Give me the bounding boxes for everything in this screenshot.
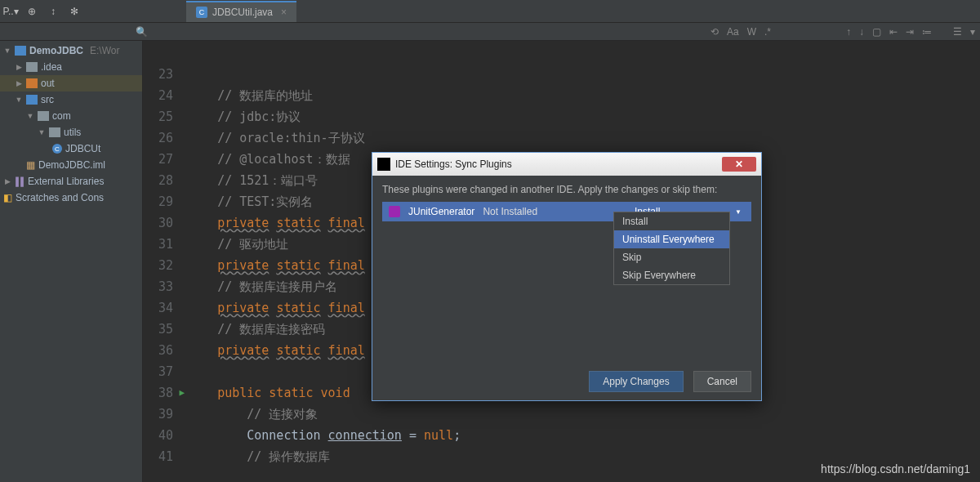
tree-label: DemoJDBC.iml xyxy=(38,159,105,171)
tree-idea[interactable]: ▶ .idea xyxy=(0,59,142,75)
apply-button[interactable]: Apply Changes xyxy=(589,371,683,392)
java-class-icon: C xyxy=(196,7,207,18)
watermark: https://blog.csdn.net/daming1 xyxy=(821,462,970,475)
project-tree: ▼ DemoJDBC E:\Wor ▶ .idea ▶ out ▼ src ▼ … xyxy=(0,41,143,482)
tree-src[interactable]: ▼ src xyxy=(0,91,142,108)
tree-label: com xyxy=(52,110,71,122)
chevron-down-icon: ▼ xyxy=(735,208,742,216)
tree-label: External Libraries xyxy=(28,176,104,187)
folder-icon xyxy=(26,62,38,72)
collapse-icon[interactable]: ⟲ xyxy=(710,26,719,38)
project-path: E:\Wor xyxy=(90,45,119,56)
plugin-icon xyxy=(389,206,400,217)
tree-scratches[interactable]: ◧ Scratches and Cons xyxy=(0,190,142,206)
box-icon[interactable]: ▢ xyxy=(872,26,881,38)
plugin-name: JUnitGenerator xyxy=(408,206,474,217)
settings2-icon[interactable]: ☰ xyxy=(953,26,962,38)
editor-tab[interactable]: C JDBCUtil.java × xyxy=(186,1,296,22)
tab-filename: JDBCUtil.java xyxy=(212,7,273,18)
top-toolbar: P..▾ ⊕ ↕ ✻ C JDBCUtil.java × xyxy=(0,0,980,23)
tree-label: JDBCUt xyxy=(65,143,100,154)
expand-icon[interactable]: ↕ xyxy=(46,4,60,19)
java-class-icon: C xyxy=(52,144,62,154)
file-icon: ▦ xyxy=(26,159,35,171)
tree-label: Scratches and Cons xyxy=(16,192,104,203)
plugin-status: Not Installed xyxy=(483,206,537,217)
tree-label: src xyxy=(41,94,54,105)
scratch-icon: ◧ xyxy=(3,192,12,203)
action-dropdown: InstallUninstall EverywhereSkipSkip Ever… xyxy=(613,212,730,285)
arrow-down-icon[interactable]: ↓ xyxy=(859,26,864,38)
align-icon[interactable]: ≔ xyxy=(922,26,932,38)
tree-iml[interactable]: ▦ DemoJDBC.iml xyxy=(0,157,142,173)
cancel-button[interactable]: Cancel xyxy=(693,371,751,392)
indent-left-icon[interactable]: ⇤ xyxy=(889,26,898,38)
dialog-title: IDE Settings: Sync Plugins xyxy=(395,158,717,170)
folder-icon xyxy=(26,78,38,88)
library-icon: ∥∥ xyxy=(15,176,24,187)
tree-label: out xyxy=(41,78,55,89)
dropdown-option[interactable]: Uninstall Everywhere xyxy=(614,230,729,248)
tree-out[interactable]: ▶ out xyxy=(0,75,142,91)
folder-icon xyxy=(15,46,26,56)
dropdown-option[interactable]: Install xyxy=(614,212,729,230)
dropdown-option[interactable]: Skip Everywhere xyxy=(614,266,729,284)
project-root[interactable]: ▼ DemoJDBC E:\Wor xyxy=(0,42,142,59)
sync-plugins-dialog: IDE Settings: Sync Plugins ✕ These plugi… xyxy=(372,152,762,401)
tree-com[interactable]: ▼ com xyxy=(0,108,142,124)
case-text[interactable]: Aa xyxy=(727,26,739,38)
indent-right-icon[interactable]: ⇥ xyxy=(906,26,914,38)
dialog-close-button[interactable]: ✕ xyxy=(722,157,756,172)
close-icon[interactable]: × xyxy=(281,7,287,18)
package-icon xyxy=(49,127,60,137)
target-icon[interactable]: ⊕ xyxy=(24,4,39,19)
word-text[interactable]: W xyxy=(747,26,756,38)
tree-external-libs[interactable]: ▶∥∥ External Libraries xyxy=(0,173,142,190)
package-icon xyxy=(38,111,49,121)
regex-icon[interactable]: .* xyxy=(764,26,771,38)
breadcrumb: 🔍 ⟲ Aa W .* ↑ ↓ ▢ ⇤ ⇥ ≔ ☰ ▾ xyxy=(0,23,980,41)
intellij-icon xyxy=(377,158,390,171)
dialog-message: These plugins were changed in another ID… xyxy=(382,184,751,195)
line-gutter: 23242526272829303132333435363738▶394041 xyxy=(143,41,188,482)
search-icon[interactable]: 🔍 xyxy=(136,26,148,38)
tree-label: utils xyxy=(64,127,81,138)
tree-label: .idea xyxy=(41,61,62,73)
tree-utils[interactable]: ▼ utils xyxy=(0,124,142,141)
project-name: DemoJDBC xyxy=(29,45,83,56)
dropdown-option[interactable]: Skip xyxy=(614,248,729,266)
dialog-titlebar[interactable]: IDE Settings: Sync Plugins ✕ xyxy=(372,153,761,176)
arrow-up-icon[interactable]: ↑ xyxy=(846,26,851,38)
folder-icon xyxy=(26,95,38,105)
settings-icon[interactable]: ✻ xyxy=(67,4,82,19)
filter-icon[interactable]: ▾ xyxy=(970,26,975,38)
project-menu[interactable]: P..▾ xyxy=(3,4,18,19)
tree-java-file[interactable]: C JDBCUt xyxy=(0,141,142,157)
